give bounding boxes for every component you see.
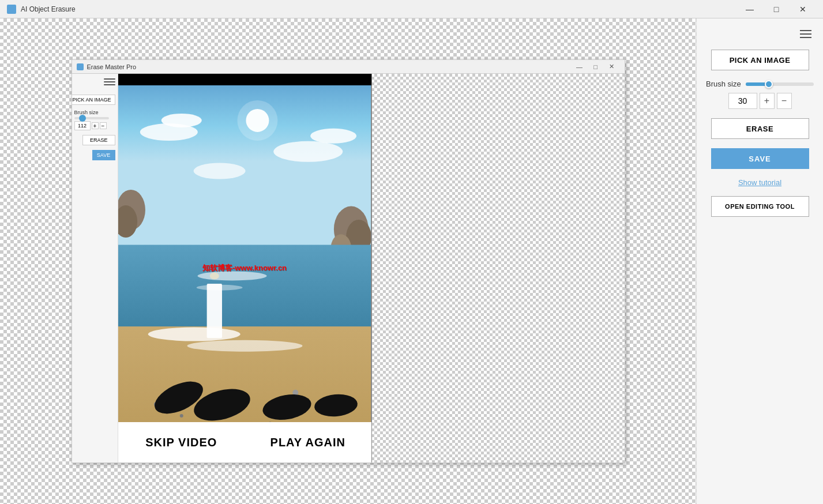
brush-value-row: 30 + − <box>706 93 814 109</box>
inner-maximize-button[interactable]: □ <box>588 61 604 73</box>
inner-erase-button[interactable]: ERASE <box>82 135 115 145</box>
canvas-result-right <box>371 74 625 462</box>
app-title: AI Object Erasure <box>21 5 736 13</box>
brush-decrement-button[interactable]: − <box>777 93 792 109</box>
inner-brush-slider[interactable] <box>74 117 109 119</box>
inner-canvas[interactable]: 知软博客-www.knowr.cn SKIP VIDEO PLA <box>118 74 625 462</box>
canvas-divider <box>371 74 372 462</box>
inner-pick-image-button[interactable]: PICK AN IMAGE <box>72 95 115 105</box>
play-again-button[interactable]: PLAY AGAIN <box>245 422 371 462</box>
svg-point-22 <box>179 414 183 418</box>
canvas-image-left: 知软博客-www.knowr.cn SKIP VIDEO PLA <box>118 74 371 462</box>
brush-number-display: 30 <box>728 93 757 109</box>
inner-brush-thumb <box>79 115 86 122</box>
brush-section: Brush size 30 + − <box>706 80 814 109</box>
inner-minimize-button[interactable]: — <box>572 61 588 73</box>
svg-point-7 <box>193 163 245 179</box>
inner-main-content: PICK AN IMAGE Brush size 112 + − ERASE <box>72 74 625 462</box>
inner-brush-label: Brush size <box>74 110 115 115</box>
main-layout: Erase Master Pro — □ ✕ PICK AN IMAGE <box>0 18 823 504</box>
canvas-area: Erase Master Pro — □ ✕ PICK AN IMAGE <box>0 18 696 504</box>
inner-save-button[interactable]: SAVE <box>92 150 115 160</box>
maximize-button[interactable]: □ <box>763 0 790 18</box>
window-controls: — □ ✕ <box>736 0 816 18</box>
svg-point-18 <box>187 340 302 352</box>
inner-app-title: Erase Master Pro <box>87 63 572 70</box>
open-editing-tool-button[interactable]: OPEN EDITING TOOL <box>711 196 809 217</box>
close-button[interactable]: ✕ <box>790 0 816 18</box>
inner-menu-icon[interactable] <box>104 78 115 88</box>
brush-slider[interactable] <box>746 82 814 86</box>
titlebar: AI Object Erasure — □ ✕ <box>0 0 823 18</box>
svg-rect-20 <box>206 284 221 338</box>
inner-brush-plus[interactable]: + <box>92 122 99 129</box>
pick-image-button[interactable]: PICK AN IMAGE <box>711 50 809 70</box>
inner-window-controls: — □ ✕ <box>572 61 620 73</box>
svg-point-19 <box>209 272 219 279</box>
skip-video-button[interactable]: SKIP VIDEO <box>118 422 245 462</box>
inner-app-window: Erase Master Pro — □ ✕ PICK AN IMAGE <box>72 59 625 463</box>
inner-brush-minus[interactable]: − <box>100 122 107 129</box>
watermark: 知软博客-www.knowr.cn <box>202 263 287 273</box>
erase-button[interactable]: ERASE <box>711 118 809 139</box>
brush-increment-button[interactable]: + <box>760 93 775 109</box>
svg-point-2 <box>237 100 277 141</box>
save-button[interactable]: SAVE <box>711 148 809 169</box>
inner-right-toolbar: PICK AN IMAGE Brush size 112 + − ERASE <box>72 74 118 462</box>
inner-app-icon <box>77 63 84 70</box>
inner-brush-value-row: 112 + − <box>74 121 115 130</box>
brush-label-row: Brush size <box>706 80 814 88</box>
right-sidebar: PICK AN IMAGE Brush size 30 + − ERASE SA… <box>696 18 823 504</box>
svg-point-4 <box>161 114 201 127</box>
show-tutorial-link[interactable]: Show tutorial <box>738 178 781 187</box>
inner-close-button[interactable]: ✕ <box>604 61 620 73</box>
svg-point-5 <box>273 141 343 162</box>
svg-point-17 <box>148 328 240 341</box>
inner-titlebar: Erase Master Pro — □ ✕ <box>72 60 625 74</box>
inner-brush-number: 112 <box>74 121 91 130</box>
black-bar-top <box>118 74 371 85</box>
app-icon <box>7 5 16 14</box>
beach-scene: 知软博客-www.knowr.cn <box>118 74 371 462</box>
brush-slider-fill <box>746 82 766 86</box>
sidebar-menu-icon[interactable] <box>798 28 814 40</box>
brush-slider-thumb <box>765 80 773 88</box>
svg-point-6 <box>310 129 356 144</box>
svg-rect-0 <box>118 74 371 249</box>
inner-brush-section: Brush size 112 + − <box>74 110 115 130</box>
brush-label: Brush size <box>706 80 741 88</box>
video-overlay: SKIP VIDEO PLAY AGAIN <box>118 422 371 462</box>
minimize-button[interactable]: — <box>736 0 763 18</box>
